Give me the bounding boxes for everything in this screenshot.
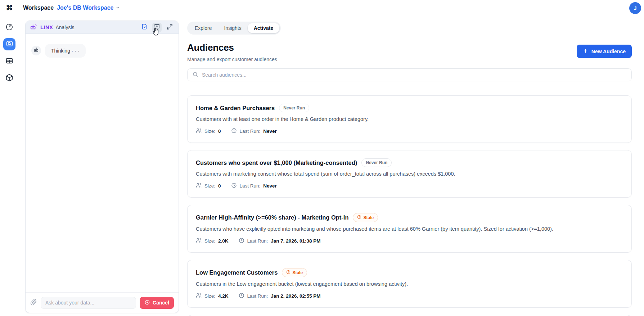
new-chat-button[interactable] bbox=[152, 23, 162, 32]
users-icon bbox=[196, 238, 202, 244]
audience-meta: Size: 0 Last Run: Never bbox=[196, 128, 623, 135]
search-icon bbox=[192, 71, 198, 79]
status-badge: Never Run bbox=[279, 104, 309, 112]
last-run-meta: Last Run: Jan 7, 2026, 01:38 PM bbox=[239, 238, 321, 244]
expand-icon bbox=[167, 24, 173, 31]
cancel-button[interactable]: Cancel bbox=[140, 297, 174, 309]
users-icon bbox=[196, 293, 202, 299]
last-run-label: Last Run: bbox=[247, 238, 268, 244]
size-value: 2.0K bbox=[218, 238, 229, 244]
audience-description: Customers who have explicitly opted into… bbox=[196, 226, 623, 232]
page-header-text: Audiences Manage and export customer aud… bbox=[187, 42, 277, 62]
audience-card[interactable]: Customers who spent over $1,000 (Marketi… bbox=[187, 150, 632, 198]
workspace-label: Workspace bbox=[23, 5, 54, 11]
audience-card[interactable]: Garnier High-Affinity (>=60% share) - Ma… bbox=[187, 205, 632, 253]
search-input[interactable] bbox=[202, 72, 627, 78]
size-value: 4.2K bbox=[218, 293, 229, 299]
main-content: Explore Insights Activate Audiences Mana… bbox=[179, 21, 644, 316]
page-header: Audiences Manage and export customer aud… bbox=[187, 42, 632, 62]
linx-panel-title: Analysis bbox=[55, 24, 74, 30]
avatar[interactable]: J bbox=[629, 2, 641, 14]
users-icon bbox=[196, 182, 202, 189]
robot-icon bbox=[33, 47, 39, 54]
bot-avatar bbox=[31, 46, 41, 55]
last-run-value: Jan 2, 2026, 02:55 PM bbox=[271, 293, 320, 299]
tab-bar: Explore Insights Activate bbox=[187, 22, 281, 35]
size-label: Size: bbox=[204, 128, 215, 134]
badge-label: Stale bbox=[363, 215, 374, 220]
workspace-name: Joe's DB Workspace bbox=[57, 5, 113, 11]
table-icon bbox=[5, 57, 13, 66]
paperclip-icon bbox=[30, 299, 37, 307]
chat-search-icon bbox=[6, 40, 13, 49]
command-icon[interactable]: ⌘ bbox=[6, 3, 13, 13]
last-run-value: Jan 7, 2026, 01:38 PM bbox=[271, 238, 320, 244]
status-badge: Stale bbox=[282, 268, 307, 277]
size-meta: Size: 4.2K bbox=[196, 293, 229, 299]
linx-logo-icon bbox=[30, 23, 38, 32]
top-bar: Workspace Joe's DB Workspace J bbox=[19, 0, 644, 16]
chevron-down-icon bbox=[116, 5, 120, 12]
size-meta: Size: 0 bbox=[196, 182, 221, 189]
linx-analysis-panel: LINX Analysis bbox=[25, 21, 179, 313]
last-run-value: Never bbox=[263, 183, 277, 189]
size-label: Size: bbox=[204, 238, 215, 244]
audience-meta: Size: 2.0K Last Run: Jan 7, 2026, 01:38 … bbox=[196, 238, 623, 244]
size-meta: Size: 2.0K bbox=[196, 238, 229, 244]
clock-icon bbox=[231, 182, 237, 189]
audience-card[interactable]: Home & Garden Purchasers Never Run Custo… bbox=[187, 95, 632, 143]
audience-description: Customers in the Low engagement bucket (… bbox=[196, 281, 623, 287]
workspace-switcher[interactable]: Joe's DB Workspace bbox=[57, 5, 120, 12]
audience-card[interactable]: Low Engagement Customers Stale Customers… bbox=[187, 260, 632, 308]
edit-document-button[interactable] bbox=[140, 23, 149, 32]
clock-icon bbox=[239, 238, 244, 244]
sidebar-item-tables[interactable] bbox=[3, 55, 15, 67]
users-icon bbox=[196, 128, 202, 135]
clock-icon bbox=[231, 128, 237, 135]
tab-insights[interactable]: Insights bbox=[218, 23, 247, 33]
size-label: Size: bbox=[204, 293, 215, 299]
expand-panel-button[interactable] bbox=[165, 23, 174, 32]
thinking-bubble: Thinking · · · bbox=[45, 44, 86, 58]
attach-button[interactable] bbox=[30, 299, 37, 307]
audience-title: Low Engagement Customers bbox=[196, 269, 278, 276]
file-pen-icon bbox=[141, 23, 148, 31]
status-badge: Never Run bbox=[361, 158, 392, 167]
audience-meta: Size: 0 Last Run: Never bbox=[196, 182, 623, 189]
tab-activate[interactable]: Activate bbox=[248, 23, 279, 33]
icon-rail: ⌘ bbox=[0, 0, 19, 316]
new-audience-button[interactable]: New Audience bbox=[577, 45, 632, 58]
assistant-message: Thinking · · · bbox=[31, 44, 173, 58]
sidebar-item-dashboard[interactable] bbox=[3, 21, 15, 33]
chat-messages: Thinking · · · bbox=[26, 34, 179, 292]
rail-nav bbox=[3, 21, 15, 84]
last-run-meta: Last Run: Never bbox=[231, 182, 277, 189]
last-run-meta: Last Run: Jan 2, 2026, 02:55 PM bbox=[239, 293, 321, 299]
linx-panel-actions bbox=[140, 23, 174, 32]
tab-explore[interactable]: Explore bbox=[189, 23, 218, 33]
sidebar-item-models[interactable] bbox=[3, 72, 15, 84]
size-meta: Size: 0 bbox=[196, 128, 221, 135]
page-subtitle: Manage and export customer audiences bbox=[187, 57, 277, 62]
last-run-label: Last Run: bbox=[240, 183, 261, 189]
sidebar-item-explore-chat[interactable] bbox=[3, 38, 15, 50]
size-value: 0 bbox=[218, 183, 221, 189]
linx-brand: LINX bbox=[40, 24, 53, 30]
gauge-icon bbox=[5, 23, 13, 32]
audience-meta: Size: 4.2K Last Run: Jan 2, 2026, 02:55 … bbox=[196, 293, 623, 299]
ask-data-input[interactable] bbox=[41, 297, 136, 309]
app-root: ⌘ Wo bbox=[0, 0, 644, 316]
alert-circle-icon bbox=[286, 270, 291, 275]
clock-icon bbox=[239, 293, 244, 299]
badge-label: Never Run bbox=[366, 160, 387, 165]
audience-title: Home & Garden Purchasers bbox=[196, 105, 275, 112]
badge-label: Stale bbox=[292, 270, 303, 275]
last-run-value: Never bbox=[263, 128, 277, 134]
last-run-label: Last Run: bbox=[247, 293, 268, 299]
badge-label: Never Run bbox=[283, 105, 305, 110]
alert-circle-icon bbox=[357, 215, 361, 220]
last-run-meta: Last Run: Never bbox=[231, 128, 277, 135]
size-value: 0 bbox=[218, 128, 221, 134]
size-label: Size: bbox=[204, 183, 215, 189]
audience-description: Customers with marketing consent whose t… bbox=[196, 171, 623, 177]
